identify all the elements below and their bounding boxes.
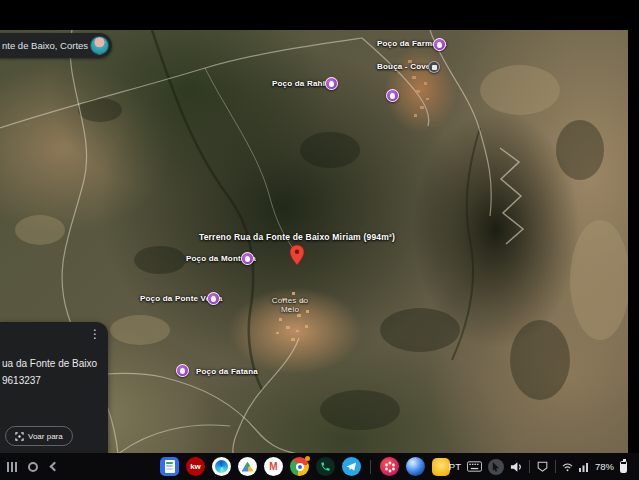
map-label-terreno[interactable]: Terreno Rua da Fonte de Baixo Miriam (99… xyxy=(197,232,397,242)
signal-icon xyxy=(579,462,589,472)
blue-globe-app-icon[interactable] xyxy=(406,457,425,476)
home-icon[interactable] xyxy=(28,462,38,472)
place-phone: 9613237 xyxy=(2,375,41,386)
more-options-icon[interactable]: ⋮ xyxy=(89,328,101,340)
map-label-poco-fatana[interactable]: Poço da Fatana xyxy=(196,367,258,376)
document-app-icon[interactable] xyxy=(160,457,179,476)
recent-apps-icon[interactable] xyxy=(7,462,17,472)
telegram-icon[interactable] xyxy=(342,457,361,476)
place-info-card: ⋮ ua da Fonte de Baixo 9613237 Voar para xyxy=(0,322,108,453)
shield-icon[interactable] xyxy=(536,460,549,473)
flower-editor-app-icon[interactable] xyxy=(380,457,399,476)
dark-place-marker-icon[interactable] xyxy=(428,61,440,73)
poco-marker-icon[interactable] xyxy=(325,77,338,90)
poco-marker-icon[interactable] xyxy=(207,292,220,305)
poco-marker-icon[interactable] xyxy=(433,38,446,51)
gmail-m-glyph: M xyxy=(269,462,277,472)
place-title: ua da Fonte de Baixo xyxy=(2,358,97,369)
battery-icon xyxy=(620,461,627,473)
back-icon[interactable] xyxy=(50,462,60,472)
phone-app-icon[interactable] xyxy=(316,457,335,476)
status-divider xyxy=(555,460,556,473)
status-divider xyxy=(529,460,530,473)
gallery-app-icon[interactable] xyxy=(432,458,450,476)
battery-percentage: 78% xyxy=(595,461,614,472)
map-label-poco-rahil[interactable]: Poço da Rahil xyxy=(272,79,328,88)
gmail-icon[interactable]: M xyxy=(264,457,283,476)
taskbar: kw M PT xyxy=(0,453,639,480)
volume-icon[interactable] xyxy=(510,461,523,473)
taskbar-apps: kw M xyxy=(160,453,450,480)
taskbar-divider xyxy=(370,460,371,474)
poco-marker-icon[interactable] xyxy=(386,89,399,102)
map-label-cortes-do-meio: Cortes do Meio xyxy=(266,296,314,314)
nav-buttons xyxy=(7,453,58,480)
notification-dot xyxy=(305,456,310,461)
fly-to-icon xyxy=(15,432,24,441)
user-avatar[interactable] xyxy=(90,36,109,55)
destination-pin-icon[interactable] xyxy=(290,245,304,265)
google-drive-icon[interactable] xyxy=(238,457,257,476)
chrome-icon[interactable] xyxy=(290,457,309,476)
kw-label: kw xyxy=(190,462,201,471)
search-query-text[interactable]: nte de Baixo, Cortes do M xyxy=(2,40,90,51)
status-tray: PT xyxy=(449,453,627,480)
language-indicator[interactable]: PT xyxy=(449,461,461,472)
device-screen: Poço da Farmaga Bouça - Covela Poço da R… xyxy=(0,0,639,480)
fly-to-label: Voar para xyxy=(28,432,63,441)
edge-browser-icon[interactable] xyxy=(212,457,231,476)
keyboard-icon[interactable] xyxy=(467,461,482,472)
wifi-icon xyxy=(562,462,573,472)
search-bar[interactable]: nte de Baixo, Cortes do M xyxy=(0,33,112,58)
fly-to-button[interactable]: Voar para xyxy=(5,426,73,446)
poco-marker-icon[interactable] xyxy=(241,252,254,265)
poco-marker-icon[interactable] xyxy=(176,364,189,377)
mouse-pointer-icon[interactable] xyxy=(488,459,504,475)
kw-app-icon[interactable]: kw xyxy=(186,457,205,476)
